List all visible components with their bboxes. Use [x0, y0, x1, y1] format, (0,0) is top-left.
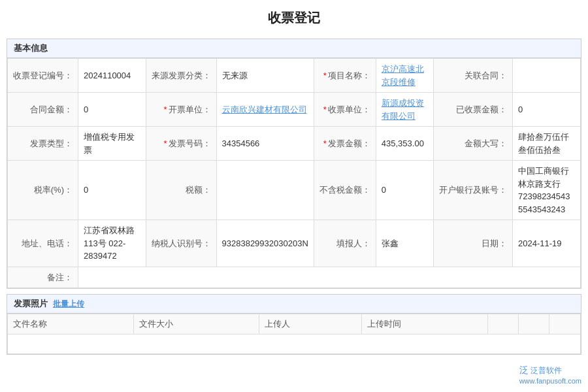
- bank-value: 中国工商银行林京路支行 72398234543 5543543243: [512, 161, 580, 220]
- amount-capital-label: 金额大写：: [433, 127, 512, 161]
- invoice-type-label: 发票类型：: [8, 127, 78, 161]
- table-row: 备注：: [8, 267, 581, 288]
- no-tax-amount-value: 0: [376, 161, 433, 220]
- register-no-value: 2024110004: [78, 59, 146, 93]
- received-amount-value: 0: [512, 93, 580, 127]
- tax-amount-label: 税额：: [146, 161, 216, 220]
- invoice-no-label: *发票号码：: [146, 127, 216, 161]
- receiver-value: 新源成投资有限公司: [376, 93, 433, 127]
- col-filename: 文件名称: [8, 314, 134, 335]
- remark-value: [78, 267, 581, 288]
- project-name-value: 京沪高速北京段维修: [376, 59, 433, 93]
- file-table: 文件名称 文件大小 上传人 上传时间: [7, 314, 581, 354]
- related-contract-label: 关联合同：: [433, 59, 512, 93]
- register-no-label: 收票登记编号：: [8, 59, 78, 93]
- date-value: 2024-11-19: [512, 220, 580, 267]
- basic-info-section: 基本信息 收票登记编号： 2024110004 来源发票分类： 无来源 *项目名…: [7, 39, 581, 289]
- col-action2: [518, 314, 549, 335]
- tax-amount-value: [216, 161, 314, 220]
- amount-capital-value: 肆拾叁万伍仟叁佰伍拾叁: [512, 127, 580, 161]
- related-contract-value: [512, 59, 580, 93]
- address-label: 地址、电话：: [8, 220, 78, 267]
- project-name-label: *项目名称：: [314, 59, 376, 93]
- tax-rate-label: 税率(%)：: [8, 161, 78, 220]
- col-upload-time: 上传时间: [361, 314, 487, 335]
- issuer-label: *开票单位：: [146, 93, 216, 127]
- basic-info-table: 收票登记编号： 2024110004 来源发票分类： 无来源 *项目名称： 京沪…: [7, 58, 581, 288]
- batch-upload-button[interactable]: 批量上传: [53, 299, 84, 310]
- no-tax-amount-label: 不含税金额：: [314, 161, 376, 220]
- invoice-amount-value: 435,353.00: [376, 127, 433, 161]
- table-row: 收票登记编号： 2024110004 来源发票分类： 无来源 *项目名称： 京沪…: [8, 59, 581, 93]
- photo-section: 发票照片 批量上传 文件名称 文件大小 上传人 上传时间: [7, 294, 581, 355]
- file-table-header-row: 文件名称 文件大小 上传人 上传时间: [8, 314, 581, 335]
- contract-amount-value: 0: [78, 93, 146, 127]
- submitter-value: 张鑫: [376, 220, 433, 267]
- remark-label: 备注：: [8, 267, 78, 288]
- col-action3: [549, 314, 581, 335]
- basic-info-header: 基本信息: [7, 39, 581, 58]
- invoice-no-value: 34354566: [216, 127, 314, 161]
- submitter-label: 填报人：: [314, 220, 376, 267]
- address-value: 江苏省双林路113号 022-2839472: [78, 220, 146, 267]
- date-label: 日期：: [433, 220, 512, 267]
- invoice-type-value: 增值税专用发票: [78, 127, 146, 161]
- source-type-value: 无来源: [216, 59, 314, 93]
- received-amount-label: 已收票金额：: [433, 93, 512, 127]
- source-type-label: 来源发票分类：: [146, 59, 216, 93]
- page-title: 收票登记: [0, 0, 588, 33]
- table-row: 税率(%)： 0 税额： 不含税金额： 0 开户银行及账号： 中国工商银行林京路…: [8, 161, 581, 220]
- project-name-link[interactable]: 京沪高速北京段维修: [382, 64, 424, 87]
- table-row: 发票类型： 增值税专用发票 *发票号码： 34354566 *发票金额： 435…: [8, 127, 581, 161]
- table-row: 地址、电话： 江苏省双林路113号 022-2839472 纳税人识别号： 93…: [8, 220, 581, 267]
- receiver-link[interactable]: 新源成投资有限公司: [382, 98, 424, 121]
- tax-rate-value: 0: [78, 161, 146, 220]
- file-table-empty-row: [8, 335, 581, 354]
- bank-label: 开户银行及账号：: [433, 161, 512, 220]
- receiver-label: *收票单位：: [314, 93, 376, 127]
- taxpayer-id-value: 93283829932030203N: [216, 220, 314, 267]
- issuer-value: 云南欣兴建材有限公司: [216, 93, 314, 127]
- table-row: 合同金额： 0 *开票单位： 云南欣兴建材有限公司 *收票单位： 新源成投资有限…: [8, 93, 581, 127]
- photo-section-title: 发票照片: [14, 298, 48, 310]
- photo-section-header: 发票照片 批量上传: [7, 295, 581, 314]
- taxpayer-id-label: 纳税人识别号：: [146, 220, 216, 267]
- issuer-link[interactable]: 云南欣兴建材有限公司: [222, 105, 307, 114]
- col-action1: [487, 314, 518, 335]
- invoice-amount-label: *发票金额：: [314, 127, 376, 161]
- col-filesize: 文件大小: [133, 314, 259, 335]
- contract-amount-label: 合同金额：: [8, 93, 78, 127]
- col-uploader: 上传人: [259, 314, 361, 335]
